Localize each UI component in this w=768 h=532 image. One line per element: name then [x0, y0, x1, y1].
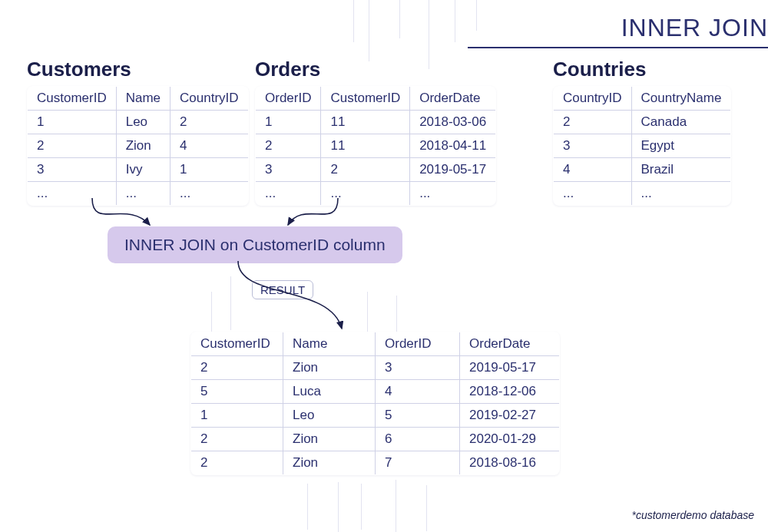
table-row: 1Leo2	[28, 111, 249, 134]
table-row: ......	[554, 182, 731, 206]
col-header: CustomerID	[321, 87, 410, 111]
col-header: CountryID	[554, 87, 632, 111]
col-header: CountryID	[170, 87, 249, 111]
table-row: 2Canada	[554, 111, 731, 134]
orders-block: Orders OrderID CustomerID OrderDate 1112…	[255, 58, 496, 206]
table-row: 2Zion4	[28, 134, 249, 158]
table-row: 2Zion72018-08-16	[191, 451, 560, 475]
col-header: CountryName	[631, 87, 731, 111]
col-header: Name	[283, 332, 376, 356]
result-label: RESULT	[252, 280, 313, 299]
table-row: 1Leo52019-02-27	[191, 404, 560, 428]
customers-block: Customers CustomerID Name CountryID 1Leo…	[27, 58, 249, 206]
table-row: 1112018-03-06	[256, 111, 496, 134]
result-block: CustomerID Name OrderID OrderDate 2Zion3…	[190, 332, 560, 475]
col-header: OrderDate	[460, 332, 560, 356]
join-pill: INNER JOIN on CustomerID column	[108, 226, 402, 263]
countries-title: Countries	[553, 58, 731, 81]
customers-table: CustomerID Name CountryID 1Leo2 2Zion4 3…	[27, 86, 249, 206]
table-row: 4Brazil	[554, 158, 731, 182]
col-header: Name	[116, 87, 170, 111]
table-row: .........	[28, 182, 249, 206]
orders-title: Orders	[255, 58, 496, 81]
table-row: 2Zion32019-05-17	[191, 356, 560, 380]
col-header: OrderID	[376, 332, 460, 356]
table-row: 2Zion62020-01-29	[191, 428, 560, 451]
footnote: *customerdemo database	[631, 509, 754, 521]
table-row: 3Ivy1	[28, 158, 249, 182]
customers-title: Customers	[27, 58, 249, 81]
result-table: CustomerID Name OrderID OrderDate 2Zion3…	[190, 332, 560, 475]
col-header: CustomerID	[191, 332, 283, 356]
table-row: .........	[256, 182, 496, 206]
col-header: OrderDate	[410, 87, 496, 111]
countries-block: Countries CountryID CountryName 2Canada …	[553, 58, 731, 206]
orders-table: OrderID CustomerID OrderDate 1112018-03-…	[255, 86, 496, 206]
table-row: 2112018-04-11	[256, 134, 496, 158]
table-row: 5Luca42018-12-06	[191, 380, 560, 404]
countries-table: CountryID CountryName 2Canada 3Egypt 4Br…	[553, 86, 731, 206]
col-header: OrderID	[256, 87, 321, 111]
table-row: 3Egypt	[554, 134, 731, 158]
table-row: 322019-05-17	[256, 158, 496, 182]
page-title: INNER JOIN	[468, 14, 768, 48]
col-header: CustomerID	[28, 87, 117, 111]
